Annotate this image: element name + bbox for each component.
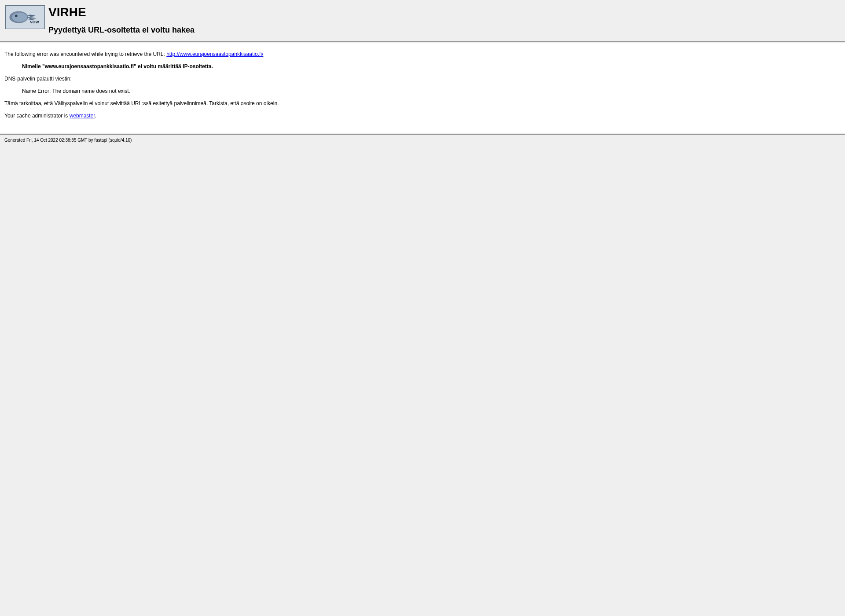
admin-line: Your cache administrator is webmaster. [4, 113, 841, 119]
admin-text: Your cache administrator is [4, 113, 70, 119]
error-title: VIRHE [48, 5, 195, 19]
divider-bottom [0, 134, 845, 135]
dns-error-message: Name Error: The domain name does not exi… [22, 88, 841, 94]
dns-label: DNS-palvelin palautti viestin: [4, 76, 841, 82]
svg-text:NOW: NOW [30, 20, 40, 24]
error-intro-line: The following error was encountered whil… [4, 51, 841, 57]
divider-top [0, 41, 845, 42]
intro-text: The following error was encountered whil… [4, 51, 166, 57]
header-section: NOW VIRHE Pyydettyä URL-osoitetta ei voi… [0, 0, 845, 40]
explanation-text: Tämä tarkoittaa, että Välityspalvelin ei… [4, 100, 841, 106]
error-detail-text: Nimelle "www.eurajoensaastopankkisaatio.… [22, 63, 841, 70]
webmaster-link[interactable]: webmaster [70, 113, 95, 119]
admin-period: . [95, 113, 96, 119]
footer-generated-text: Generated Fri, 14 Oct 2022 02:38:35 GMT … [0, 136, 845, 144]
squid-logo-icon: NOW [5, 5, 45, 29]
svg-point-3 [15, 15, 18, 17]
header-text-block: VIRHE Pyydettyä URL-osoitetta ei voitu h… [48, 5, 195, 35]
content-section: The following error was encountered whil… [0, 43, 845, 133]
error-subtitle: Pyydettyä URL-osoitetta ei voitu hakea [48, 26, 195, 35]
svg-point-2 [12, 12, 27, 22]
failed-url-link[interactable]: http://www.eurajoensaastopankkisaatio.fi… [166, 51, 263, 57]
